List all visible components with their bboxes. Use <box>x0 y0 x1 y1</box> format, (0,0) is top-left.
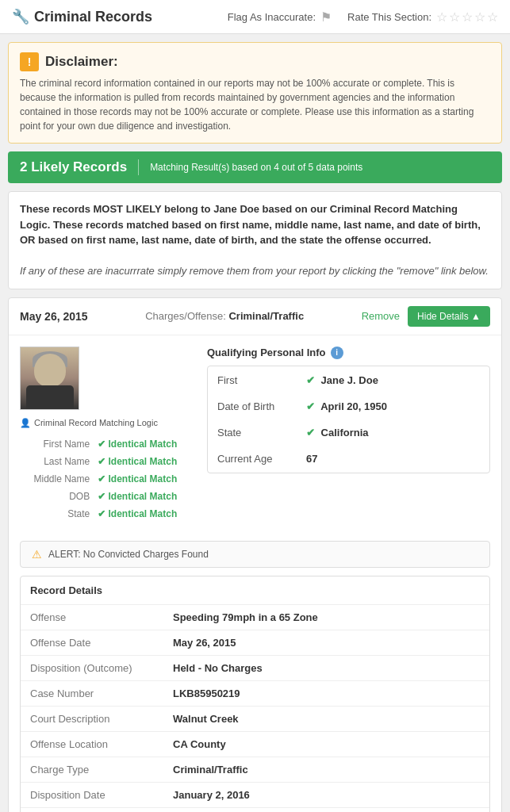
qualifying-row-state: State ✔ California <box>209 420 488 445</box>
match-row-middlename: Middle Name ✔ Identical Match <box>21 471 193 487</box>
match-strong-text: These records MOST LIKELY belong to Jane… <box>20 201 490 248</box>
records-count: 2 Likely Records <box>20 159 127 175</box>
match-strong-content: These records MOST LIKELY belong to Jane… <box>20 203 481 246</box>
record-date-1: May 26, 2015 <box>20 310 88 323</box>
detail-row-location: Offense Location CA County <box>21 732 489 757</box>
flag-section: Flag As Inaccurate: ⚑ <box>228 10 332 25</box>
charges-label-1: Charges/Offense: <box>145 310 226 322</box>
matching-logic-label: Criminal Record Matching Logic <box>34 418 158 427</box>
record-charges-1: Charges/Offense: Criminal/Traffic <box>145 310 304 322</box>
star-1[interactable]: ☆ <box>436 10 447 25</box>
rate-label: Rate This Section: <box>347 11 431 23</box>
detail-row-case-number: Case Number LKB85950219 <box>21 681 489 707</box>
record-actions-1: Remove Hide Details ▲ <box>362 306 490 327</box>
match-description: These records MOST LIKELY belong to Jane… <box>8 191 502 289</box>
qualifying-title-text: Qualifying Personal Info <box>207 347 326 358</box>
mugshot-1 <box>20 347 79 410</box>
star-rating[interactable]: ☆ ☆ ☆ ☆ ☆ <box>436 10 498 25</box>
detail-row-court: Court Description Walnut Creek <box>21 707 489 732</box>
remove-link-1[interactable]: Remove <box>362 310 400 322</box>
record-card-1: May 26, 2015 Charges/Offense: Criminal/T… <box>8 297 502 813</box>
star-4[interactable]: ☆ <box>474 10 485 25</box>
detail-row-offense: Offense Speeding 79mph in a 65 Zone <box>21 605 489 630</box>
section-title-text: Criminal Records <box>34 9 152 25</box>
qualifying-row-first: First ✔ Jane J. Doe <box>209 368 488 393</box>
detail-row-offense-date: Offense Date May 26, 2015 <box>21 630 489 656</box>
disclaimer-box: ! Disclaimer: The criminal record inform… <box>8 42 502 144</box>
alert-bar: ⚠ ALERT: No Convicted Charges Found <box>20 541 490 568</box>
alert-triangle-icon: ⚠ <box>32 548 42 561</box>
hide-details-button-1[interactable]: Hide Details ▲ <box>408 306 490 327</box>
record-left-1: 👤 Criminal Record Matching Logic First N… <box>20 347 194 523</box>
section-title: 🔧 Criminal Records <box>12 8 152 25</box>
detail-row-criminal-code: Criminal Code CVC 21461IA <box>21 808 489 813</box>
match-row-firstname: First Name ✔ Identical Match <box>21 436 193 452</box>
person-icon: 👤 <box>20 418 31 428</box>
charges-value-1: Criminal/Traffic <box>228 310 304 322</box>
star-5[interactable]: ☆ <box>487 10 498 25</box>
tool-icon: 🔧 <box>12 8 29 25</box>
page-header: 🔧 Criminal Records Flag As Inaccurate: ⚑… <box>0 0 510 34</box>
qualifying-table: First ✔ Jane J. Doe Date of Birth ✔ Apri… <box>207 366 490 473</box>
detail-row-charge-type: Charge Type Criminal/Traffic <box>21 757 489 783</box>
detail-row-disposition-date: Disposition Date January 2, 2016 <box>21 783 489 808</box>
record-details-title: Record Details <box>21 576 489 605</box>
disclaimer-title-text: Disclaimer: <box>45 54 118 70</box>
flag-label: Flag As Inaccurate: <box>228 11 316 23</box>
mugshot-body <box>26 385 74 409</box>
disclaimer-title: ! Disclaimer: <box>20 52 490 71</box>
match-row-lastname: Last Name ✔ Identical Match <box>21 454 193 469</box>
rate-section: Rate This Section: ☆ ☆ ☆ ☆ ☆ <box>347 10 498 25</box>
match-row-dob: DOB ✔ Identical Match <box>21 488 193 504</box>
match-italic-text: If any of these are inacurrrate simply r… <box>20 265 489 277</box>
record-content-1: 👤 Criminal Record Matching Logic First N… <box>9 335 501 534</box>
records-banner: 2 Likely Records Matching Result(s) base… <box>8 151 502 183</box>
record-details-1: Record Details Offense Speeding 79mph in… <box>20 576 490 813</box>
alert-text: ALERT: No Convicted Charges Found <box>48 549 209 560</box>
header-right: Flag As Inaccurate: ⚑ Rate This Section:… <box>228 10 498 25</box>
match-row-state: State ✔ Identical Match <box>21 506 193 522</box>
record-header-1: May 26, 2015 Charges/Offense: Criminal/T… <box>9 298 501 335</box>
star-3[interactable]: ☆ <box>462 10 473 25</box>
matching-logic-table: First Name ✔ Identical Match Last Name ✔… <box>20 435 194 523</box>
records-match-text: Matching Result(s) based on 4 out of 5 d… <box>150 162 362 173</box>
banner-divider <box>138 159 139 175</box>
warning-icon: ! <box>20 52 39 71</box>
qualifying-row-age: Current Age 67 <box>209 446 488 471</box>
qualifying-title: Qualifying Personal Info i <box>207 347 490 359</box>
record-right-1: Qualifying Personal Info i First ✔ Jane … <box>207 347 490 523</box>
detail-row-disposition: Disposition (Outcome) Held - No Charges <box>21 656 489 681</box>
qualifying-row-dob: Date of Birth ✔ April 20, 1950 <box>209 394 488 419</box>
mugshot-head <box>34 354 66 387</box>
mugshot-person <box>21 347 79 409</box>
record-date-text-1: May 26, 2015 <box>20 310 88 323</box>
disclaimer-text: The criminal record information containe… <box>20 76 490 133</box>
flag-icon[interactable]: ⚑ <box>320 10 332 25</box>
star-2[interactable]: ☆ <box>449 10 460 25</box>
matching-logic-title: 👤 Criminal Record Matching Logic <box>20 418 194 428</box>
info-icon[interactable]: i <box>331 347 343 359</box>
